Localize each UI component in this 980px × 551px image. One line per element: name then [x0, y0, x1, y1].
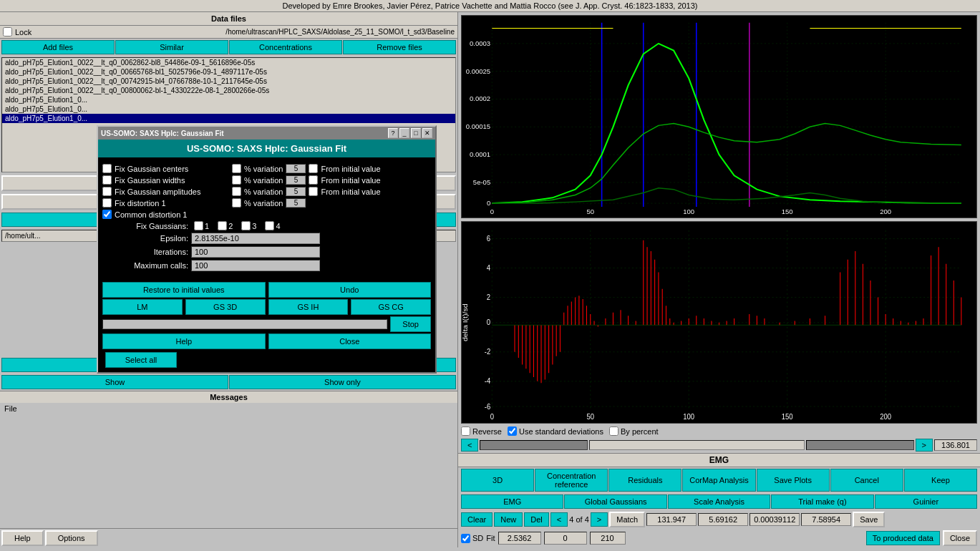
pct-variation-checkbox-2[interactable] — [232, 175, 241, 185]
tab-keep[interactable]: Keep — [904, 469, 977, 492]
gauss-2-checkbox[interactable] — [218, 221, 227, 230]
gauss-3-checkbox[interactable] — [241, 221, 251, 230]
gsih-button[interactable]: GS IH — [268, 299, 349, 315]
nav-left-button[interactable]: < — [461, 439, 478, 452]
file-item[interactable]: aldo_pH7p5_Elution1_0022__lt_q0_00742915… — [2, 77, 455, 86]
file-item[interactable]: aldo_pH7p5_Elution1_0022__lt_q0_0062862-… — [2, 58, 455, 67]
value2-input[interactable] — [698, 513, 748, 526]
dialog-help-btn[interactable]: ? — [388, 128, 398, 138]
from-initial-label-3: From initial value — [321, 187, 380, 196]
tab-3d[interactable]: 3D — [461, 469, 534, 492]
common-distortion-checkbox[interactable] — [102, 210, 112, 219]
pct-label-4: % variation — [244, 199, 283, 208]
pct-input-4[interactable] — [286, 198, 306, 208]
pct-variation-checkbox-1[interactable] — [232, 164, 241, 173]
del-button[interactable]: Del — [524, 512, 549, 527]
value210-input[interactable] — [590, 532, 626, 545]
fix-widths-checkbox[interactable] — [102, 175, 112, 185]
match-button[interactable]: Match — [609, 512, 645, 527]
gs3d-button[interactable]: GS 3D — [185, 299, 266, 315]
zero-input[interactable] — [544, 532, 587, 545]
save-button[interactable]: Save — [853, 512, 885, 527]
tab-global-gaussians[interactable]: Global Gaussians — [564, 494, 666, 509]
max-calls-input[interactable] — [191, 260, 320, 271]
select-all-dialog-button[interactable]: Select all — [105, 352, 177, 368]
sd-label[interactable]: SD — [461, 534, 483, 543]
pct-input-2[interactable] — [286, 175, 306, 185]
dialog-close-button[interactable]: Close — [268, 333, 432, 349]
prev-button[interactable]: < — [550, 512, 568, 527]
iterations-input[interactable] — [191, 246, 320, 258]
reverse-checkbox[interactable] — [461, 426, 470, 436]
pct-input-1[interactable] — [286, 164, 306, 173]
use-std-dev-checkbox[interactable] — [508, 426, 517, 436]
nav-right-button[interactable]: > — [916, 439, 933, 452]
tab-guinier[interactable]: Guinier — [875, 494, 977, 509]
file-item[interactable]: aldo_pH7p5_Elution1_0... — [2, 95, 455, 104]
epsilon-input[interactable] — [191, 233, 320, 244]
concentrations-button[interactable]: Concentrations — [229, 40, 342, 54]
help-bottom-button[interactable]: Help — [1, 530, 44, 546]
tab-emg[interactable]: EMG — [461, 494, 563, 509]
lock-checkbox[interactable] — [3, 27, 12, 36]
dialog-minimize-btn[interactable]: _ — [399, 128, 409, 138]
dialog-close-btn[interactable]: ✕ — [422, 128, 432, 138]
tab-save-plots[interactable]: Save Plots — [757, 469, 830, 492]
restore-button[interactable]: Restore to initial values — [102, 282, 266, 298]
to-produced-button[interactable]: To produced data — [866, 531, 940, 545]
gauss-4-checkbox[interactable] — [265, 221, 274, 230]
tab-residuals[interactable]: Residuals — [608, 469, 681, 492]
similar-button[interactable]: Similar — [115, 40, 228, 54]
remove-files-button[interactable]: Remove files — [343, 40, 456, 54]
tab-scale-analysis[interactable]: Scale Analysis — [668, 494, 770, 509]
value3-input[interactable] — [749, 513, 800, 526]
stop-button[interactable]: Stop — [390, 316, 431, 332]
dialog-maximize-btn[interactable]: □ — [411, 128, 421, 138]
add-files-button[interactable]: Add files — [1, 40, 115, 54]
from-initial-checkbox-2[interactable] — [309, 175, 318, 185]
gauss-1-checkbox[interactable] — [194, 221, 203, 230]
pct-variation-checkbox-3[interactable] — [232, 187, 241, 196]
tab-conc-ref[interactable]: Concentration reference — [535, 469, 608, 492]
gscg-button[interactable]: GS CG — [351, 299, 431, 315]
file-item-selected[interactable]: aldo_pH7p5_Elution1_0... — [2, 114, 455, 123]
show-button[interactable]: Show — [1, 375, 228, 389]
pct-input-3[interactable] — [286, 187, 306, 196]
undo-button[interactable]: Undo — [268, 282, 432, 298]
fix-centers-checkbox[interactable] — [102, 164, 112, 173]
from-initial-checkbox-3[interactable] — [309, 187, 318, 196]
file-item[interactable]: aldo_pH7p5_Elution1_0022__lt_q0_00800062… — [2, 86, 455, 95]
svg-text:0: 0 — [487, 200, 490, 207]
file-label[interactable]: File — [4, 404, 17, 413]
file-menu[interactable]: File — [0, 403, 457, 414]
file-item[interactable]: aldo_pH7p5_Elution1_0... — [2, 104, 455, 114]
next-button[interactable]: > — [591, 512, 608, 527]
svg-text:4: 4 — [487, 263, 491, 272]
lm-button[interactable]: LM — [102, 299, 183, 315]
sd-checkbox[interactable] — [461, 534, 470, 543]
fix-distortion-checkbox[interactable] — [102, 198, 112, 208]
dialog-help-button[interactable]: Help — [102, 333, 266, 349]
fit-input[interactable] — [498, 532, 541, 545]
value1-input[interactable] — [646, 513, 697, 526]
tab-cormap[interactable]: CorMap Analysis — [682, 469, 755, 492]
use-std-dev-label[interactable]: Use standard deviations — [508, 426, 603, 436]
new-button[interactable]: New — [494, 512, 523, 527]
pct-variation-checkbox-4[interactable] — [232, 198, 241, 208]
dialog-body: Fix Gaussian centers % variation From in… — [98, 157, 435, 278]
clear-button[interactable]: Clear — [461, 512, 493, 527]
fix-amplitudes-checkbox[interactable] — [102, 187, 112, 196]
value4-input[interactable] — [801, 513, 851, 526]
show-only-button[interactable]: Show only — [229, 375, 456, 389]
options-button[interactable]: Options — [45, 530, 98, 546]
by-percent-checkbox[interactable] — [609, 426, 618, 436]
from-initial-checkbox-1[interactable] — [309, 164, 318, 173]
tab-trial-make[interactable]: Trial make (q) — [771, 494, 873, 509]
fit-label: Fit — [486, 534, 495, 542]
file-item[interactable]: aldo_pH7p5_Elution1_0022__lt_q0_00665768… — [2, 67, 455, 77]
by-percent-label[interactable]: By percent — [609, 426, 659, 436]
close-sd-button[interactable]: Close — [943, 530, 977, 546]
tab-cancel[interactable]: Cancel — [830, 469, 903, 492]
data-row: Clear New Del < 4 of 4 > Match Save — [458, 510, 980, 529]
reverse-label[interactable]: Reverse — [461, 426, 502, 436]
